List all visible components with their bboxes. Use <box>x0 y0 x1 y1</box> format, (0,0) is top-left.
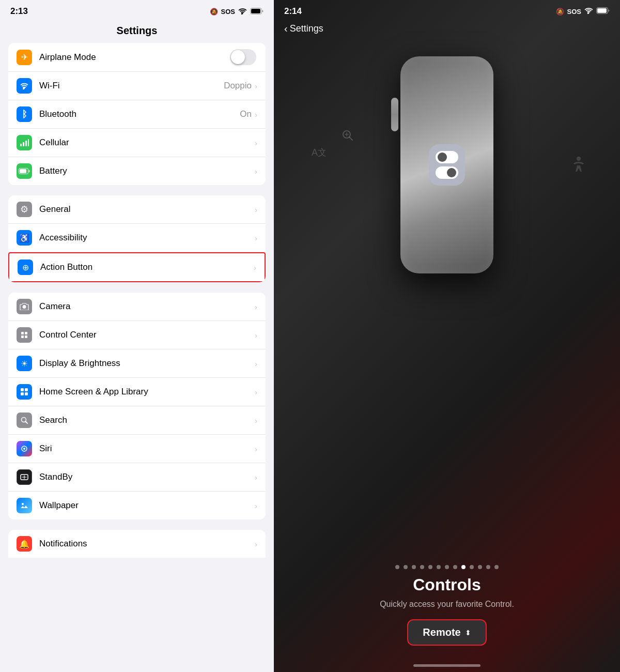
action-button-icon: ⊕ <box>18 259 33 275</box>
row-bluetooth[interactable]: ᛒ Bluetooth On › <box>8 100 266 129</box>
dot-13 <box>494 565 499 569</box>
cellular-icon <box>17 135 32 150</box>
display-brightness-chevron: › <box>255 359 257 368</box>
bluetooth-chevron: › <box>255 110 257 119</box>
svg-rect-10 <box>25 332 27 334</box>
wifi-value: Doppio <box>224 81 252 91</box>
accessibility-label: Accessibility <box>39 233 255 243</box>
svg-rect-3 <box>23 142 24 146</box>
settings-content[interactable]: ✈ Airplane Mode Wi-Fi Doppio › ᛒ Bluetoo… <box>0 43 274 672</box>
control-center-label: Control Center <box>39 330 255 340</box>
siri-label: Siri <box>39 444 255 454</box>
accessibility-icon: ♿ <box>17 230 32 246</box>
settings-group-network: ✈ Airplane Mode Wi-Fi Doppio › ᛒ Bluetoo… <box>8 43 266 185</box>
home-screen-icon <box>17 384 32 400</box>
search-row-icon <box>17 413 32 428</box>
mini-toggle-knob-2 <box>447 168 456 177</box>
wallpaper-chevron: › <box>255 501 257 510</box>
general-icon: ⚙ <box>17 202 32 217</box>
row-wifi[interactable]: Wi-Fi Doppio › <box>8 72 266 100</box>
bell-icon-left: 🔕 <box>210 8 218 16</box>
row-home-screen[interactable]: Home Screen & App Library › <box>8 378 266 406</box>
action-button-chevron: › <box>254 263 256 272</box>
svg-point-21 <box>22 503 24 505</box>
row-action-button[interactable]: ⊕ Action Button › <box>8 252 266 282</box>
row-search[interactable]: Search › <box>8 406 266 435</box>
svg-point-19 <box>23 448 25 450</box>
standby-icon <box>17 469 32 485</box>
camera-chevron: › <box>255 302 257 311</box>
sos-left: SOS <box>221 8 235 16</box>
battery-label: Battery <box>39 166 255 176</box>
bell-icon-right: 🔕 <box>556 8 564 16</box>
row-wallpaper[interactable]: Wallpaper › <box>8 492 266 520</box>
svg-text:A文: A文 <box>312 147 326 158</box>
row-battery[interactable]: Battery › <box>8 157 266 185</box>
wallpaper-label: Wallpaper <box>39 500 255 511</box>
control-center-chevron: › <box>255 331 257 340</box>
svg-rect-1 <box>251 9 260 13</box>
notifications-icon: 🔔 <box>17 536 32 552</box>
row-display-brightness[interactable]: ☀ Display & Brightness › <box>8 349 266 378</box>
remote-button[interactable]: Remote ⬍ <box>407 619 486 646</box>
settings-panel: 2:13 🔕 SOS Settings ✈ <box>0 0 274 672</box>
svg-rect-4 <box>25 141 27 146</box>
search-label: Search <box>39 415 255 425</box>
row-cellular[interactable]: Cellular › <box>8 129 266 157</box>
battery-icon-left <box>250 7 264 16</box>
camera-icon <box>17 299 32 314</box>
general-chevron: › <box>255 205 257 214</box>
standby-chevron: › <box>255 473 257 482</box>
control-center-icon <box>17 327 32 343</box>
wifi-label: Wi-Fi <box>39 81 224 91</box>
home-indicator <box>274 656 620 672</box>
siri-chevron: › <box>255 445 257 453</box>
mini-toggle-knob-1 <box>438 152 447 162</box>
dot-6 <box>437 565 441 569</box>
sos-right: SOS <box>567 8 581 16</box>
home-screen-label: Home Screen & App Library <box>39 387 255 397</box>
row-general[interactable]: ⚙ General › <box>8 195 266 224</box>
standby-label: StandBy <box>39 472 255 482</box>
settings-group-system: ⚙ General › ♿ Accessibility › ⊕ Action B… <box>8 195 266 282</box>
airplane-label: Airplane Mode <box>39 52 230 63</box>
settings-group-apps: Camera › Control Center › ☀ Display & Br <box>8 293 266 520</box>
svg-rect-7 <box>20 169 26 173</box>
right-nav-bar: ‹ Settings <box>274 21 620 41</box>
row-notifications[interactable]: 🔔 Notifications › <box>8 530 266 558</box>
action-button-panel: 2:14 🔕 SOS ‹ Settings <box>274 0 620 672</box>
battery-icon-right <box>596 7 610 16</box>
row-accessibility[interactable]: ♿ Accessibility › <box>8 224 266 252</box>
row-camera[interactable]: Camera › <box>8 293 266 321</box>
battery-row-icon <box>17 163 32 179</box>
settings-nav-bar: Settings <box>0 21 274 43</box>
row-siri[interactable]: Siri › <box>8 435 266 463</box>
row-control-center[interactable]: Control Center › <box>8 321 266 349</box>
dot-4 <box>420 565 424 569</box>
time-left: 2:13 <box>10 6 28 17</box>
controls-title: Controls <box>295 575 599 594</box>
back-chevron-icon: ‹ <box>284 23 288 35</box>
svg-rect-12 <box>25 335 27 338</box>
bluetooth-value: On <box>240 109 252 119</box>
notifications-label: Notifications <box>39 539 255 549</box>
back-label: Settings <box>290 23 323 34</box>
airplane-toggle[interactable] <box>230 49 256 65</box>
row-airplane-mode[interactable]: ✈ Airplane Mode <box>8 43 266 72</box>
home-bar <box>413 664 481 667</box>
row-standby[interactable]: StandBy › <box>8 463 266 492</box>
battery-chevron: › <box>255 167 257 176</box>
bluetooth-icon: ᛒ <box>17 106 32 122</box>
dot-9 <box>461 565 466 569</box>
bottom-content: Controls Quickly access your favorite Co… <box>274 575 620 656</box>
dot-1 <box>395 565 399 569</box>
wifi-chevron: › <box>255 82 257 90</box>
siri-icon <box>17 441 32 456</box>
dot-5 <box>428 565 432 569</box>
back-button[interactable]: ‹ Settings <box>284 23 323 35</box>
search-chevron: › <box>255 416 257 425</box>
home-screen-chevron: › <box>255 388 257 396</box>
airplane-icon: ✈ <box>17 50 32 65</box>
bluetooth-label: Bluetooth <box>39 109 240 119</box>
wallpaper-icon <box>17 498 32 513</box>
